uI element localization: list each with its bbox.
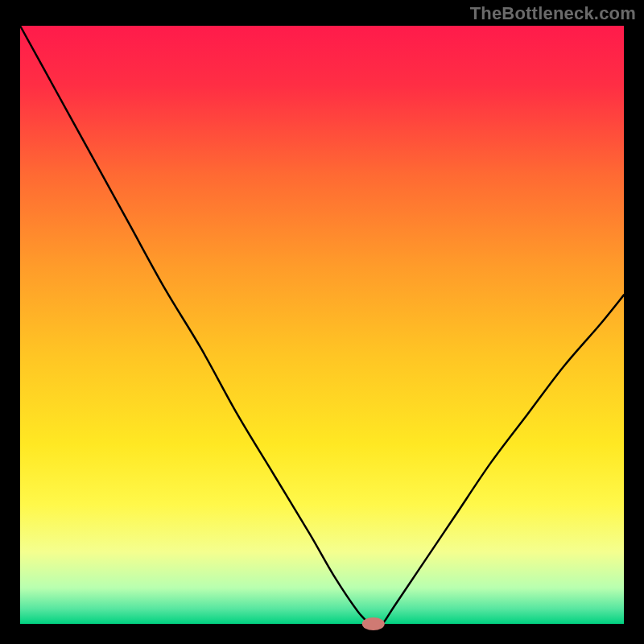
optimal-marker xyxy=(362,617,385,630)
plot-area xyxy=(20,26,624,624)
chart-container: TheBottleneck.com xyxy=(0,0,644,644)
watermark-text: TheBottleneck.com xyxy=(470,3,636,24)
bottleneck-chart xyxy=(0,0,644,644)
